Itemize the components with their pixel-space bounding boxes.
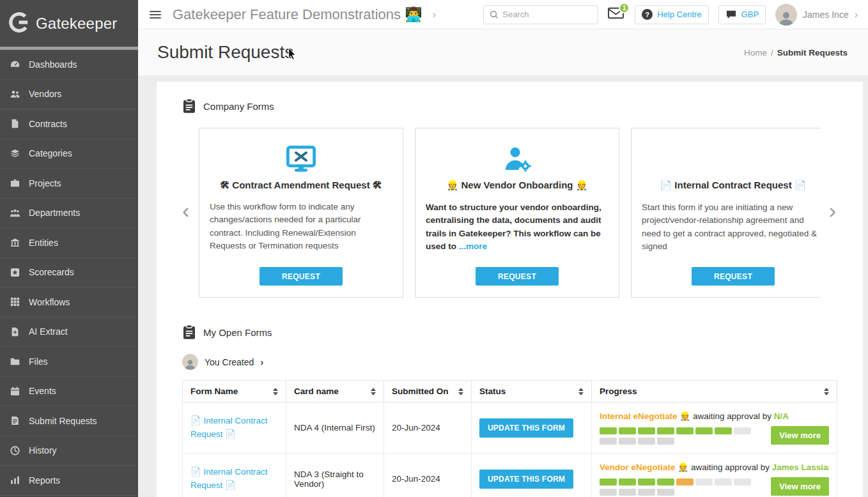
- carousel-prev-icon[interactable]: ‹: [182, 199, 189, 221]
- currency-button[interactable]: GBP: [718, 5, 766, 24]
- request-button[interactable]: REQUEST: [476, 267, 559, 286]
- progress-bar-bottom: [600, 489, 751, 496]
- currency-label: GBP: [741, 10, 759, 19]
- progress-cell: Internal eNegotiate 👷 awaiting approval …: [592, 402, 837, 454]
- col-header-card-name[interactable]: Card name: [286, 381, 384, 402]
- sidebar-item-label: Projects: [29, 178, 61, 188]
- company-forms-header: Company Forms: [182, 98, 837, 114]
- sidebar-item-vendors[interactable]: Vendors: [0, 80, 138, 110]
- progress-segment-gray: [638, 489, 655, 496]
- progress-bars: [600, 478, 751, 496]
- view-more-button[interactable]: View more: [771, 426, 829, 445]
- sidebar-item-workflows[interactable]: Workflows: [0, 287, 138, 317]
- card-name-cell: NDA 3 (Straight to Vendor): [286, 454, 384, 497]
- update-form-button[interactable]: UPDATE THIS FORM: [479, 418, 573, 438]
- bank-icon: [10, 237, 20, 248]
- update-form-button[interactable]: UPDATE THIS FORM: [479, 470, 573, 489]
- request-button[interactable]: REQUEST: [260, 267, 343, 286]
- brand-logo[interactable]: Gatekeeper: [0, 0, 138, 50]
- sidebar-item-dashboards[interactable]: Dashboards: [0, 50, 138, 80]
- sidebar-item-categories[interactable]: Categories: [0, 139, 138, 169]
- form-card-description-text: Want to structure your vendor onboarding…: [426, 203, 601, 251]
- col-header-form-name[interactable]: Form Name: [183, 381, 286, 402]
- sidebar-item-label: Submit Requests: [29, 416, 97, 426]
- search-input[interactable]: [502, 10, 592, 19]
- my-open-forms-title: My Open Forms: [203, 327, 272, 338]
- more-link[interactable]: ...more: [459, 241, 487, 251]
- sidebar-item-scorecards[interactable]: Scorecards: [0, 258, 138, 288]
- messages-button[interactable]: 1: [608, 7, 624, 22]
- form-card-title: 👷 New Vendor Onboarding 👷: [447, 180, 588, 191]
- form-card-description: Start this form if you are initiating a …: [642, 201, 821, 253]
- breadcrumb-home[interactable]: Home: [744, 48, 767, 57]
- form-name-link[interactable]: 📄 Internal Contract Request 📄: [190, 467, 267, 489]
- sidebar-item-label: Workflows: [29, 297, 70, 307]
- title-chevron-icon[interactable]: ›: [433, 9, 436, 20]
- progress-segment-gray: [638, 438, 655, 445]
- col-header-submitted-on[interactable]: Submitted On: [384, 381, 472, 402]
- col-header-label: Card name: [294, 386, 339, 396]
- progress-segment-orange: [676, 478, 694, 486]
- hamburger-menu-icon[interactable]: [148, 8, 162, 21]
- col-header-status[interactable]: Status: [472, 381, 592, 402]
- sidebar-item-reports[interactable]: Reports: [0, 466, 138, 496]
- progress-segment-green: [657, 427, 674, 434]
- user-menu[interactable]: James Ince ›: [775, 4, 858, 26]
- sidebar-item-history[interactable]: History: [0, 436, 138, 466]
- col-header-progress[interactable]: Progress: [592, 381, 837, 402]
- form-name-link[interactable]: 📄 Internal Contract Request 📄: [190, 416, 267, 438]
- brand-name: Gatekeeper: [36, 15, 117, 33]
- submitted-on-cell: 20-Jun-2024: [384, 454, 472, 497]
- you-created-toggle[interactable]: You Created ›: [182, 354, 837, 370]
- sidebar-item-projects[interactable]: Projects: [0, 169, 138, 199]
- search-box: [483, 5, 598, 24]
- sort-icon: [578, 388, 584, 395]
- request-button[interactable]: REQUEST: [692, 267, 775, 286]
- form-card-title: 📄 Internal Contract Request 📄: [660, 180, 806, 191]
- star-card-icon: [10, 267, 20, 278]
- form-card-description: Want to structure your vendor onboarding…: [426, 201, 608, 253]
- sidebar-item-contracts[interactable]: Contracts: [0, 109, 138, 139]
- my-open-forms-section: My Open Forms You Created ›: [182, 325, 837, 497]
- view-more-button[interactable]: View more: [771, 477, 829, 496]
- table-header-row: Form Name Card name Submitted On Status …: [183, 381, 837, 402]
- col-header-label: Submitted On: [392, 386, 449, 396]
- sidebar-item-label: Dashboards: [29, 59, 77, 70]
- progress-segment-lightgray: [734, 427, 751, 434]
- calendar-icon: [10, 386, 20, 397]
- form-card-description: Use this workflow form to indicate any c…: [210, 201, 392, 252]
- sidebar-item-label: Departments: [29, 208, 80, 218]
- person-icon: [184, 358, 196, 370]
- sidebar-item-files[interactable]: Files: [0, 347, 138, 377]
- sort-icon: [371, 388, 376, 395]
- help-centre-button[interactable]: ? Help Centre: [635, 5, 708, 24]
- progress-segment-green: [657, 478, 674, 486]
- col-header-label: Form Name: [190, 386, 238, 396]
- progress-segment-green: [695, 427, 713, 434]
- workspace-title: Gatekeeper Feature Demonstrations 👨‍💻: [173, 6, 422, 23]
- question-mark-icon: ?: [642, 9, 653, 20]
- you-created-avatar: [182, 354, 198, 370]
- clock-icon: [10, 445, 20, 456]
- sidebar-item-label: AI Extract: [29, 326, 68, 337]
- topbar: Gatekeeper Feature Demonstrations 👨‍💻 › …: [138, 0, 868, 29]
- search-icon: [490, 10, 499, 19]
- progress-segment-lightgray: [695, 478, 713, 486]
- ai-document-icon: [10, 326, 20, 337]
- col-header-label: Progress: [600, 386, 637, 396]
- sidebar-item-events[interactable]: Events: [0, 377, 138, 407]
- sidebar-item-label: Contracts: [29, 119, 67, 129]
- clipboard-icon: [182, 98, 196, 114]
- progress-segment-green: [676, 427, 694, 434]
- bar-chart-icon: [10, 475, 20, 486]
- carousel-next-icon[interactable]: ›: [829, 199, 836, 221]
- progress-segment-gray: [600, 438, 617, 445]
- sidebar-item-departments[interactable]: Departments: [0, 199, 138, 229]
- sidebar-item-entities[interactable]: Entities: [0, 228, 138, 258]
- progress-segment-lightgray: [734, 478, 751, 486]
- people-icon: [10, 89, 20, 100]
- progress-bar-top: [600, 478, 751, 486]
- progress-segment-green: [638, 478, 655, 486]
- sidebar-item-submit-requests[interactable]: Submit Requests: [0, 406, 138, 436]
- sidebar-item-ai-extract[interactable]: AI Extract: [0, 317, 138, 348]
